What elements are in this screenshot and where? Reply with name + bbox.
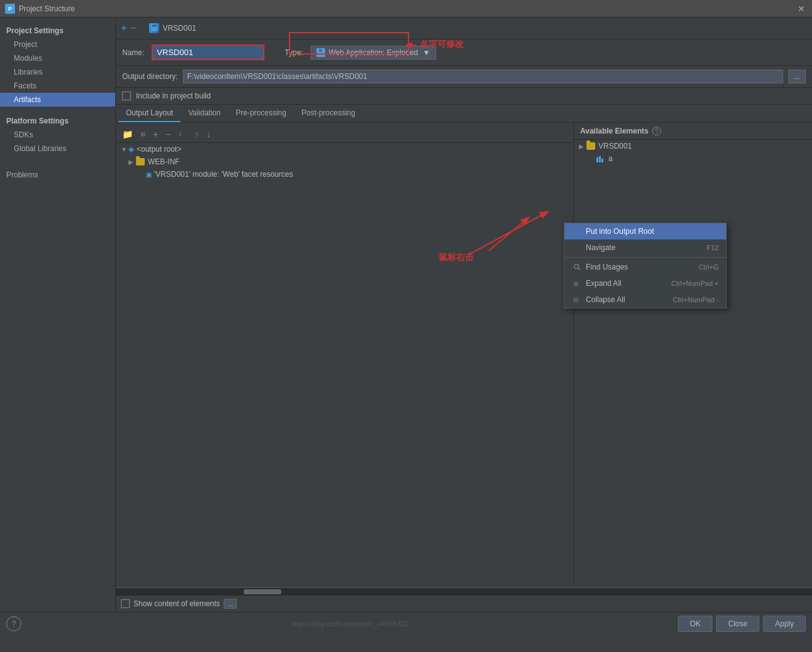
output-layout-area: 📁 ≡ + − ↕ ↑ ↓ ▼ ◈ <output roo	[116, 123, 812, 587]
sidebar-item-problems[interactable]: Problems	[0, 168, 115, 182]
show-content-row: Show content of elements ...	[116, 595, 812, 612]
scroll-thumb[interactable]	[244, 589, 281, 594]
type-select[interactable]: Web Application: Exploded ▼	[311, 46, 436, 60]
platform-settings-section: Platform Settings	[0, 113, 115, 128]
shortcut-2: Ctrl+G	[699, 263, 719, 271]
available-item-vrsd001[interactable]: ▶ VRSD001	[574, 140, 812, 152]
tab-output-layout[interactable]: Output Layout	[118, 105, 180, 122]
available-item-label: VRSD001	[598, 142, 632, 150]
tree-list-icon[interactable]: ≡	[138, 129, 148, 140]
svg-point-5	[575, 265, 579, 269]
help-icon[interactable]: ?	[652, 127, 661, 135]
context-menu-item-put-into-output-root[interactable]: Put into Output Root	[565, 223, 726, 239]
expand-arrow: ▼	[121, 146, 128, 153]
bar-chart-icon	[596, 155, 605, 162]
put-icon	[572, 228, 582, 235]
context-menu-label-0: Put into Output Root	[586, 227, 654, 236]
sidebar-item-libraries[interactable]: Libraries	[0, 65, 115, 79]
artifact-name: VRSD001	[163, 24, 196, 33]
expand-arrow-web-inf: ▶	[128, 159, 136, 166]
tree-folder-icon[interactable]: 📁	[120, 129, 135, 140]
window-title: Project Structure	[19, 4, 796, 13]
bottom-left: ?	[6, 616, 21, 631]
artifact-icon	[149, 23, 159, 33]
name-type-row: Name: Type: Web Application: Exploded ▼	[116, 39, 812, 66]
context-menu-item-find-usages[interactable]: Find Usages Ctrl+G	[565, 259, 726, 275]
svg-rect-3	[319, 50, 322, 51]
available-elements-header: Available Elements ?	[574, 123, 812, 140]
module-icon: ▣	[146, 171, 152, 178]
output-dir-input[interactable]	[183, 70, 783, 83]
bottom-buttons: OK Close Apply	[678, 616, 806, 632]
tab-post-processing[interactable]: Post-processing	[294, 105, 363, 122]
context-menu-item-navigate[interactable]: Navigate F12	[565, 239, 726, 256]
tree-up-button[interactable]: ↑	[192, 129, 202, 140]
collapse-icon: ⊟	[572, 296, 582, 303]
output-dir-label: Output directory:	[122, 72, 178, 81]
type-label: Type:	[284, 48, 303, 57]
close-dialog-button[interactable]: Close	[716, 616, 759, 632]
close-button[interactable]: ✕	[796, 3, 807, 14]
add-artifact-button[interactable]: +	[121, 23, 127, 34]
tree-down-button[interactable]: ↓	[204, 129, 214, 140]
context-menu-item-collapse-all[interactable]: ⊟ Collapse All Ctrl+NumPad -	[565, 292, 726, 308]
tab-validation[interactable]: Validation	[180, 105, 228, 122]
shortcut-1: F12	[707, 244, 719, 251]
bottom-toolbar: ? https://blog.csdn.net/weixin_44975322 …	[0, 612, 812, 634]
svg-text:⊞: ⊞	[573, 280, 578, 287]
svg-text:⊟: ⊟	[573, 297, 578, 303]
horizontal-scrollbar[interactable]	[116, 587, 812, 595]
type-icon	[316, 48, 325, 57]
sidebar-item-project[interactable]: Project	[0, 38, 115, 51]
name-input[interactable]	[152, 45, 264, 60]
remove-artifact-button[interactable]: −	[130, 23, 136, 34]
module-label: 'VRSD001' module: 'Web' facet resources	[154, 170, 293, 179]
shortcut-4: Ctrl+NumPad -	[673, 296, 719, 303]
help-button[interactable]: ?	[6, 616, 21, 631]
module-resources-item[interactable]: ▣ 'VRSD001' module: 'Web' facet resource…	[116, 168, 573, 181]
bar3	[601, 159, 603, 162]
type-value: Web Application: Exploded	[329, 48, 419, 57]
tab-pre-processing[interactable]: Pre-processing	[228, 105, 294, 122]
svg-text:↕: ↕	[179, 129, 182, 137]
expand-icon: ⊞	[572, 280, 582, 287]
shortcut-3: Ctrl+NumPad +	[671, 280, 719, 287]
right-panel: Available Elements ? ▶ VRSD001	[574, 123, 812, 587]
sidebar-item-artifacts[interactable]: Artifacts	[0, 93, 115, 107]
apply-button[interactable]: Apply	[763, 616, 806, 632]
context-menu-label-3: Expand All	[586, 279, 622, 288]
project-settings-section: Project Settings	[0, 23, 115, 38]
navigate-icon	[572, 244, 582, 251]
find-icon	[572, 263, 582, 271]
available-item-a-label: a	[608, 154, 613, 163]
context-menu-label-4: Collapse All	[586, 295, 625, 304]
context-menu-separator	[565, 257, 726, 258]
ok-button[interactable]: OK	[678, 616, 712, 632]
show-content-checkbox[interactable]	[121, 599, 130, 608]
title-bar: P Project Structure ✕	[0, 0, 812, 18]
context-menu-item-expand-all[interactable]: ⊞ Expand All Ctrl+NumPad +	[565, 275, 726, 292]
available-item-a[interactable]: a	[574, 152, 812, 165]
svg-rect-2	[318, 51, 324, 55]
tree-toolbar: 📁 ≡ + − ↕ ↑ ↓	[116, 125, 573, 143]
tree-sort-button[interactable]: ↕	[176, 128, 190, 140]
web-inf-item[interactable]: ▶ WEB-INF	[116, 155, 573, 168]
tree-add-button[interactable]: +	[150, 129, 160, 140]
sidebar-item-global-libraries[interactable]: Global Libraries	[0, 142, 115, 155]
show-content-label: Show content of elements	[133, 599, 220, 608]
include-checkbox[interactable]	[122, 92, 131, 100]
output-root-item[interactable]: ▼ ◈ <output root>	[116, 143, 573, 155]
bar2	[599, 156, 601, 162]
folder-icon-available	[586, 142, 595, 150]
artifact-list-item[interactable]: VRSD001	[144, 21, 201, 36]
type-dropdown-icon[interactable]: ▼	[423, 48, 430, 57]
name-label: Name:	[122, 48, 144, 57]
include-label: Include in project build	[136, 92, 211, 100]
output-dir-browse-button[interactable]: ...	[788, 70, 806, 83]
sidebar-item-sdks[interactable]: SDKs	[0, 128, 115, 142]
sidebar-item-modules[interactable]: Modules	[0, 51, 115, 65]
show-content-btn[interactable]: ...	[224, 599, 237, 609]
bar1	[596, 157, 598, 162]
sidebar-item-facets[interactable]: Facets	[0, 79, 115, 93]
tree-remove-button[interactable]: −	[163, 129, 173, 140]
